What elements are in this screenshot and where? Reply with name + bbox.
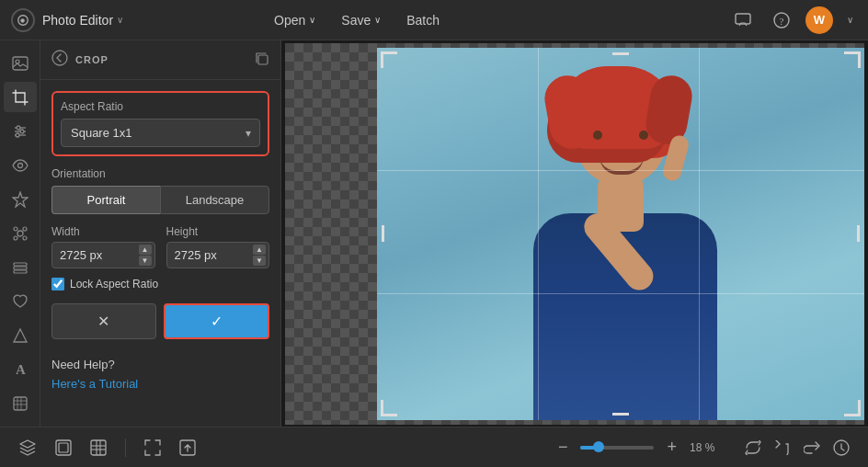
crop-corner-br[interactable]: [844, 400, 861, 416]
aspect-ratio-select[interactable]: Original Square 1x1 3:2 4:3 16:9 Custom: [61, 119, 260, 147]
width-down-spinner[interactable]: ▼: [139, 256, 152, 266]
dimensions-section: Width ▲ ▼ Height ▲: [51, 225, 269, 268]
height-down-spinner[interactable]: ▼: [253, 256, 266, 266]
svg-point-16: [23, 227, 27, 231]
aspect-ratio-label: Aspect Ratio: [61, 100, 260, 113]
open-chevron: ∨: [309, 15, 315, 25]
batch-label: Batch: [406, 13, 440, 28]
svg-text:A: A: [16, 362, 26, 377]
heart-icon-button[interactable]: [4, 287, 37, 317]
svg-point-9: [17, 126, 20, 130]
svg-point-18: [23, 236, 27, 240]
grid-bottom-icon[interactable]: [86, 436, 110, 460]
lock-checkbox[interactable]: [51, 278, 64, 290]
image-icon-button[interactable]: [4, 48, 37, 78]
svg-rect-32: [59, 443, 68, 452]
bottom-right-icons: [741, 436, 853, 460]
width-label: Width: [51, 225, 155, 238]
crop-handle-left[interactable]: [382, 225, 384, 242]
canvas-background: [285, 43, 864, 425]
width-group: Width ▲ ▼: [51, 225, 155, 268]
layers-bottom-icon[interactable]: [15, 436, 40, 460]
crop-icon-button[interactable]: [4, 82, 37, 112]
cancel-button[interactable]: ✕: [51, 303, 156, 339]
help-link[interactable]: Here's a Tutorial: [51, 377, 138, 391]
adjust-icon-button[interactable]: [4, 116, 37, 146]
svg-rect-24: [14, 397, 27, 410]
avatar-chevron[interactable]: ∨: [842, 6, 857, 35]
zoom-percentage: 18 %: [690, 441, 723, 454]
chat-icon-button[interactable]: [728, 6, 758, 35]
panel-body: Aspect Ratio Original Square 1x1 3:2 4:3…: [40, 80, 280, 427]
icon-bar: A: [0, 40, 40, 427]
width-up-spinner[interactable]: ▲: [139, 245, 152, 255]
text-icon-button[interactable]: A: [4, 355, 37, 385]
svg-point-15: [14, 227, 17, 231]
layers-icon-button[interactable]: [4, 253, 37, 283]
save-button[interactable]: Save ∨: [328, 7, 394, 33]
side-panel: CROP Aspect Ratio Original Square 1x1 3:…: [40, 40, 281, 427]
crop-corner-tl[interactable]: [381, 51, 397, 68]
save-chevron: ∨: [374, 15, 381, 25]
svg-rect-1: [736, 14, 750, 24]
copy-button[interactable]: [255, 51, 269, 69]
back-button[interactable]: [51, 50, 68, 70]
batch-button[interactable]: Batch: [394, 7, 452, 33]
expand-icon[interactable]: [141, 436, 165, 460]
svg-marker-13: [13, 192, 28, 207]
history-icon[interactable]: [829, 436, 853, 460]
crop-handle-right[interactable]: [857, 225, 860, 242]
star-icon-button[interactable]: [4, 184, 37, 214]
zoom-slider-track[interactable]: [580, 446, 654, 450]
svg-point-10: [20, 130, 24, 133]
confirm-button[interactable]: ✓: [164, 303, 270, 339]
svg-point-29: [52, 51, 67, 65]
help-section: Need Help? Here's a Tutorial: [51, 358, 269, 392]
zoom-slider-thumb[interactable]: [593, 441, 604, 452]
help-icon-button[interactable]: ?: [767, 6, 796, 35]
orientation-buttons: Portrait Landscape: [51, 186, 269, 214]
topbar-center-actions: Open ∨ Save ∨ Batch: [261, 7, 452, 33]
loop-icon[interactable]: [741, 437, 765, 459]
width-spinners: ▲ ▼: [139, 245, 152, 266]
svg-rect-4: [13, 57, 28, 70]
main-content: A CROP: [0, 40, 868, 427]
eye-icon-button[interactable]: [4, 150, 37, 180]
export-icon[interactable]: [176, 436, 200, 460]
frame-bottom-icon[interactable]: [51, 436, 75, 460]
panel-header: CROP: [40, 40, 280, 80]
portrait-button[interactable]: Portrait: [51, 186, 160, 214]
confirm-icon: ✓: [211, 313, 223, 330]
svg-rect-21: [14, 270, 27, 273]
zoom-plus-button[interactable]: +: [661, 436, 682, 459]
effects-icon-button[interactable]: [4, 218, 37, 248]
width-input-wrap: ▲ ▼: [51, 242, 155, 268]
lock-label: Lock Aspect Ratio: [70, 278, 158, 290]
crop-handle-bottom[interactable]: [612, 413, 629, 416]
crop-corner-bl[interactable]: [381, 400, 397, 416]
save-label: Save: [341, 13, 371, 28]
redo-icon[interactable]: [800, 437, 824, 459]
action-buttons: ✕ ✓: [51, 303, 269, 339]
height-up-spinner[interactable]: ▲: [253, 245, 266, 255]
texture-icon-button[interactable]: [4, 389, 37, 419]
user-avatar[interactable]: W: [805, 6, 833, 34]
shape-icon-button[interactable]: [4, 321, 37, 351]
cancel-icon: ✕: [97, 313, 109, 330]
lock-row: Lock Aspect Ratio: [51, 278, 269, 290]
zoom-minus-button[interactable]: −: [553, 436, 574, 459]
canvas-area: [281, 40, 868, 427]
open-button[interactable]: Open ∨: [261, 7, 328, 33]
undo-icon[interactable]: [771, 437, 794, 459]
app-title-text: Photo Editor: [42, 13, 113, 28]
height-label: Height: [166, 225, 270, 238]
crop-corner-tr[interactable]: [844, 51, 861, 68]
svg-rect-19: [14, 263, 27, 266]
crop-handle-top[interactable]: [612, 52, 629, 55]
landscape-button[interactable]: Landscape: [160, 186, 269, 214]
svg-point-14: [17, 231, 23, 236]
bottom-bar: − + 18 %: [0, 427, 868, 467]
svg-point-12: [17, 163, 22, 167]
aspect-ratio-section: Aspect Ratio Original Square 1x1 3:2 4:3…: [51, 91, 269, 156]
app-title[interactable]: Photo Editor ∨: [42, 13, 123, 28]
